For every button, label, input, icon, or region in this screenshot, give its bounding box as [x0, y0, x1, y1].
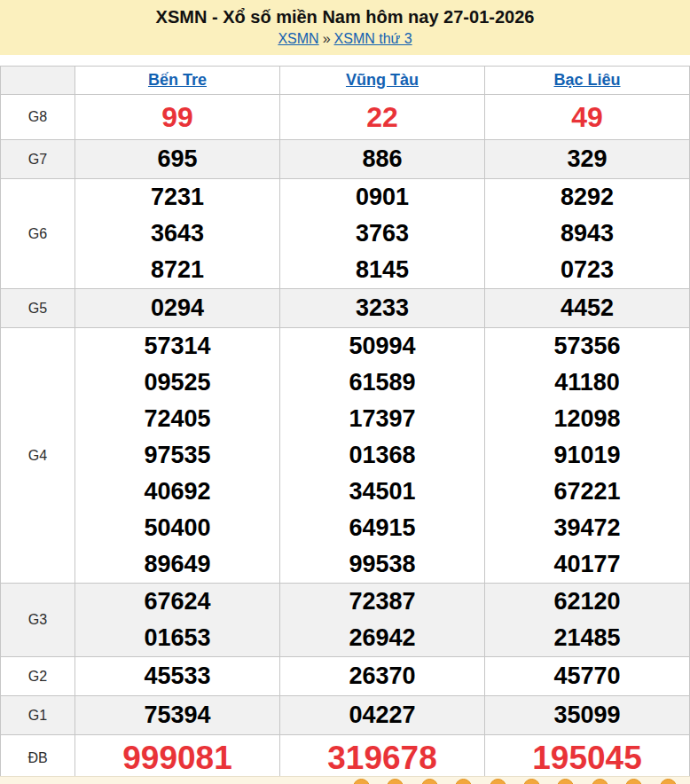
- result-cell: 50994615891739701368345016491599538: [280, 328, 485, 584]
- result-number: 61589: [280, 365, 484, 401]
- result-number: 01653: [75, 620, 279, 656]
- result-number: 62120: [485, 584, 689, 620]
- prize-column-header: [1, 67, 75, 95]
- result-cell: 45533: [75, 657, 280, 696]
- result-cell: 829289430723: [485, 179, 690, 289]
- breadcrumb-separator: »: [319, 31, 334, 46]
- province-link-vung-tau[interactable]: Vũng Tàu: [346, 71, 419, 89]
- prize-label: G2: [1, 657, 75, 696]
- result-number: 8943: [485, 216, 689, 252]
- result-number: 195045: [485, 735, 689, 781]
- result-number: 64915: [280, 510, 484, 546]
- result-cell: 49: [485, 95, 690, 140]
- result-number: 97535: [75, 437, 279, 474]
- result-number: 3643: [75, 216, 279, 252]
- loto-ball-icon: [660, 779, 677, 784]
- prize-label: G6: [1, 179, 75, 289]
- result-cell: 04227: [280, 696, 485, 735]
- result-number: 99: [75, 95, 279, 139]
- table-header-row: Bến Tre Vũng Tàu Bạc Liêu: [1, 67, 690, 95]
- result-number: 329: [485, 141, 689, 177]
- result-cell: 329: [485, 140, 690, 179]
- prize-label: G7: [1, 140, 75, 179]
- prize-row-g1: G1753940422735099: [1, 696, 690, 735]
- result-cell: 319678: [280, 735, 485, 782]
- prize-label: G5: [1, 289, 75, 328]
- result-number: 04227: [280, 697, 484, 733]
- result-number: 89649: [75, 546, 279, 583]
- prize-label: G3: [1, 584, 75, 657]
- result-number: 01368: [280, 437, 484, 474]
- prize-label: ĐB: [1, 735, 75, 782]
- result-number: 886: [280, 141, 484, 177]
- result-cell: 886: [280, 140, 485, 179]
- result-cell: 99: [75, 95, 280, 140]
- result-number: 3233: [280, 290, 484, 326]
- result-cell: 35099: [485, 696, 690, 735]
- loto-ball-icon: [421, 779, 438, 784]
- prize-row-g8: G8992249: [1, 95, 690, 140]
- prize-row-g3: G3676240165372387269426212021485: [1, 584, 690, 657]
- loto-ball-icon: [625, 779, 642, 784]
- result-number: 21485: [485, 620, 689, 656]
- result-number: 75394: [75, 697, 279, 733]
- result-cell: 26370: [280, 657, 485, 696]
- result-cell: 723136438721: [75, 179, 280, 289]
- result-number: 319678: [280, 735, 484, 781]
- result-number: 67221: [485, 474, 689, 510]
- result-number: 50400: [75, 510, 279, 546]
- breadcrumb-link-xsmn[interactable]: XSMN: [278, 31, 318, 46]
- result-cell: 4452: [485, 289, 690, 328]
- result-number: 8292: [485, 179, 689, 216]
- result-cell: 0294: [75, 289, 280, 328]
- result-number: 72405: [75, 401, 279, 437]
- result-number: 4452: [485, 290, 689, 326]
- loto-ball-icon: [455, 779, 472, 784]
- result-number: 0901: [280, 179, 484, 216]
- result-number: 45770: [485, 658, 689, 694]
- result-number: 39472: [485, 510, 689, 546]
- result-number: 50994: [280, 328, 484, 365]
- result-cell: 22: [280, 95, 485, 140]
- prize-row-g4: G457314095257240597535406925040089649509…: [1, 328, 690, 584]
- loto-ball-icon: [523, 779, 540, 784]
- result-cell: 57356411801209891019672213947240177: [485, 328, 690, 584]
- prize-row-g5: G5029432334452: [1, 289, 690, 328]
- result-number: 57314: [75, 328, 279, 365]
- province-link-bac-lieu[interactable]: Bạc Liêu: [553, 71, 620, 89]
- result-cell: 195045: [485, 735, 690, 782]
- result-number: 41180: [485, 365, 689, 401]
- result-number: 72387: [280, 584, 484, 620]
- result-number: 999081: [75, 735, 279, 781]
- result-number: 22: [280, 95, 484, 139]
- result-number: 7231: [75, 179, 279, 216]
- breadcrumb-link-xsmn-thu-3[interactable]: XSMN thứ 3: [334, 31, 412, 46]
- province-link-ben-tre[interactable]: Bến Tre: [148, 71, 207, 89]
- prize-row-đb: ĐB999081319678195045: [1, 735, 690, 782]
- result-number: 12098: [485, 401, 689, 437]
- result-number: 0294: [75, 290, 279, 326]
- loto-balls-strip: [0, 776, 690, 784]
- result-cell: 090137638145: [280, 179, 485, 289]
- result-cell: 999081: [75, 735, 280, 782]
- loto-ball-icon: [592, 779, 608, 784]
- result-number: 17397: [280, 401, 484, 437]
- result-number: 35099: [485, 697, 689, 733]
- result-number: 3763: [280, 216, 484, 252]
- result-number: 8145: [280, 252, 484, 288]
- result-number: 0723: [485, 252, 689, 288]
- result-cell: 6762401653: [75, 584, 280, 657]
- prize-row-g6: G6723136438721090137638145829289430723: [1, 179, 690, 289]
- column-header-ben-tre: Bến Tre: [75, 67, 280, 95]
- loto-ball-icon: [353, 779, 370, 784]
- page-header: XSMN - Xổ số miền Nam hôm nay 27-01-2026…: [0, 0, 690, 55]
- result-cell: 3233: [280, 289, 485, 328]
- result-number: 09525: [75, 365, 279, 401]
- result-number: 91019: [485, 437, 689, 474]
- result-cell: 57314095257240597535406925040089649: [75, 328, 280, 584]
- result-number: 45533: [75, 658, 279, 694]
- breadcrumb: XSMN»XSMN thứ 3: [0, 30, 690, 48]
- prize-label: G4: [1, 328, 75, 584]
- result-number: 67624: [75, 584, 279, 620]
- prize-label: G8: [1, 95, 75, 140]
